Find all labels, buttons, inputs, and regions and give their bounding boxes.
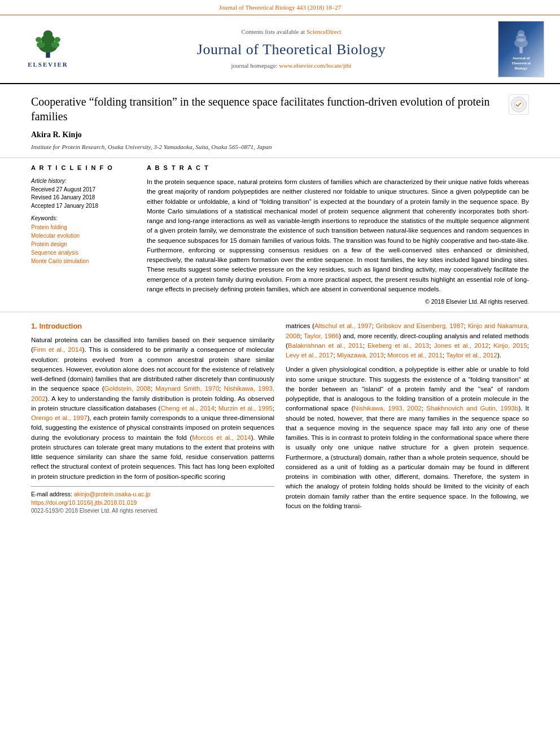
ref-jones-2012[interactable]: Jones et al., 2012 <box>434 342 489 349</box>
cover-tree-icon <box>510 27 532 55</box>
revised-date: Revised 16 January 2018 <box>31 194 135 202</box>
accepted-date: Accepted 17 January 2018 <box>31 202 135 211</box>
ref-morcos-2014[interactable]: Morcos et al., 2014 <box>192 434 251 441</box>
ref-nishikawa-1993-2[interactable]: Nishikawa, 1993, 2002 <box>353 405 421 412</box>
svg-point-3 <box>43 30 53 39</box>
ref-nishikawa-1993[interactable]: Nishikawa, 1993, 2002 <box>31 385 274 401</box>
author-name: Akira R. Kinjo <box>31 129 529 141</box>
email-footnote: E-mail address: akinjo@protein.osaka-u.a… <box>31 490 274 499</box>
ref-altschul-1997[interactable]: Altschul et al., 1997 <box>314 322 372 329</box>
check-for-updates-badge <box>509 94 529 115</box>
abstract-heading: A B S T R A C T <box>147 164 529 173</box>
author-affiliation: Institute for Protein Research, Osaka Un… <box>31 143 529 152</box>
journal-title-area: Contents lists available at ScienceDirec… <box>85 28 498 71</box>
ref-murzin-1995[interactable]: Murzin et al., 1995 <box>218 405 273 412</box>
journal-header: ELSEVIER Contents lists available at Sci… <box>0 15 560 84</box>
sciencedirect-link-area: Contents lists available at ScienceDirec… <box>85 28 498 37</box>
intro-section-title: 1. Introduction <box>31 321 274 332</box>
journal-cover-area: Journal of Theoretical Biology <box>498 21 549 77</box>
article-info-abstract-section: A R T I C L E I N F O Article history: R… <box>0 158 560 312</box>
homepage-label: journal homepage: <box>231 62 277 69</box>
ref-shakhnovich-1993[interactable]: Shakhnovich and Gutin, 1993b <box>426 405 518 412</box>
journal-homepage-area: journal homepage: www.elsevier.com/locat… <box>85 62 498 71</box>
abstract-panel: A B S T R A C T In the protein sequence … <box>147 164 529 306</box>
intro-paragraph-1: Natural proteins can be classified into … <box>31 335 274 482</box>
paper-header: Cooperative “folding transition” in the … <box>0 84 560 158</box>
keywords-section: Keywords: Protein folding Molecular evol… <box>31 215 135 265</box>
ref-morcos-2011[interactable]: Morcos et al., 2011 <box>387 352 443 359</box>
sciencedirect-label: Contents lists available at <box>241 28 306 35</box>
paper-title: Cooperative “folding transition” in the … <box>31 94 503 124</box>
body-right-column: matrices (Altschul et al., 1997; Gribsko… <box>286 321 529 516</box>
svg-point-6 <box>36 37 42 42</box>
keywords-label: Keywords: <box>31 215 135 223</box>
article-history: Article history: Received 27 August 2017… <box>31 177 135 210</box>
ref-levy-2017[interactable]: Levy et al., 2017 <box>286 352 333 359</box>
article-info-heading: A R T I C L E I N F O <box>31 164 135 173</box>
keyword-3: Protein design <box>31 240 135 248</box>
keyword-4: Sequence analysis <box>31 248 135 257</box>
ref-miyazawa-2013[interactable]: Miyazawa, 2013 <box>337 352 384 359</box>
intro-paragraph-2: matrices (Altschul et al., 1997; Gribsko… <box>286 321 529 360</box>
svg-rect-8 <box>519 47 522 54</box>
body-left-column: 1. Introduction Natural proteins can be … <box>31 321 274 516</box>
sciencedirect-link[interactable]: ScienceDirect <box>307 28 342 35</box>
copyright-notice: © 2018 Elsevier Ltd. All rights reserved… <box>147 294 529 306</box>
elsevier-logo-area: ELSEVIER <box>11 28 85 69</box>
doi-link[interactable]: https://doi.org/10.1016/j.jtbi.2018.01.0… <box>31 499 274 507</box>
footer-divider <box>31 486 274 487</box>
svg-point-7 <box>54 37 60 42</box>
ref-finn-2014[interactable]: Finn et al., 2014 <box>33 346 82 353</box>
ref-taylor-2012[interactable]: Taylor et al., 2012 <box>446 352 497 359</box>
check-mark-icon <box>511 97 527 112</box>
keyword-5: Monte Carlo simulation <box>31 257 135 265</box>
svg-point-4 <box>37 42 45 48</box>
keyword-2: Molecular evolution <box>31 231 135 240</box>
svg-point-5 <box>51 42 60 48</box>
ref-goldstein-2008[interactable]: Goldstein, 2008 <box>104 385 151 392</box>
journal-main-title: Journal of Theoretical Biology <box>85 39 498 60</box>
ref-ekeberg-2013[interactable]: Ekeberg et al., 2013 <box>368 342 429 349</box>
journal-top-bar: Journal of Theoretical Biology 443 (2018… <box>0 0 560 15</box>
received-date: Received 27 August 2017 <box>31 186 135 194</box>
journal-citation: Journal of Theoretical Biology 443 (2018… <box>219 4 342 11</box>
ref-maynard-1970[interactable]: Maynard Smith, 1970 <box>155 385 219 392</box>
cover-journal-title: Journal of Theoretical Biology <box>511 56 531 71</box>
history-label: Article history: <box>31 177 135 186</box>
ref-kinjo-2015[interactable]: Kinjo, 2015 <box>493 342 527 349</box>
issn-notice: 0022-5193/© 2018 Elsevier Ltd. All right… <box>31 507 274 516</box>
email-label: E-mail address: <box>31 491 72 497</box>
ref-orengo-1997[interactable]: Orengo et al., 1997 <box>31 414 88 421</box>
article-info-panel: A R T I C L E I N F O Article history: R… <box>31 164 135 306</box>
body-content: 1. Introduction Natural proteins can be … <box>0 312 560 527</box>
author-email-link[interactable]: akinjo@protein.osaka-u.ac.jp <box>74 491 151 497</box>
ref-cheng-2014[interactable]: Cheng et al., 2014 <box>160 405 214 412</box>
ref-taylor-1986[interactable]: Taylor, 1986 <box>304 333 339 339</box>
elsevier-logo: ELSEVIER <box>11 28 85 69</box>
keyword-1: Protein folding <box>31 223 135 231</box>
ref-balakrishnan-2011[interactable]: Balakrishnan et al., 2011 <box>288 342 363 349</box>
homepage-link[interactable]: www.elsevier.com/locate/jtbi <box>279 62 351 69</box>
elsevier-brand-text: ELSEVIER <box>28 60 68 69</box>
ref-gribskov-1987[interactable]: Gribskov and Eisenberg, 1987 <box>376 322 464 329</box>
journal-cover-image: Journal of Theoretical Biology <box>498 21 544 77</box>
elsevier-tree-icon <box>25 28 71 59</box>
svg-point-11 <box>518 30 525 37</box>
intro-paragraph-3: Under a given physiological condition, a… <box>286 365 529 511</box>
abstract-text: In the protein sequence space, natural p… <box>147 177 529 294</box>
